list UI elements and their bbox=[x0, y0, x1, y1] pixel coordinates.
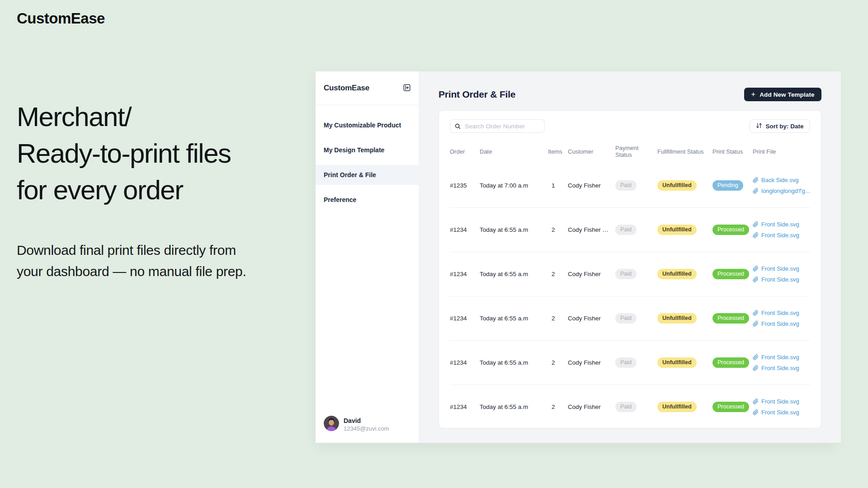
title-row: Print Order & File + Add New Template bbox=[439, 88, 821, 101]
search-field-wrap bbox=[450, 119, 545, 133]
order-number: #1234 bbox=[450, 271, 480, 277]
order-customer: Cody Fisher a's'... bbox=[568, 226, 615, 233]
headline: Merchant/ Ready-to-print files for every… bbox=[17, 99, 231, 208]
sidebar-item-print-order-file[interactable]: Print Order & File bbox=[316, 165, 419, 185]
subtext: Download final print files directly from… bbox=[17, 239, 246, 282]
sidebar-item-label: Print Order & File bbox=[324, 171, 376, 178]
print-status-badge: Processed bbox=[712, 357, 749, 368]
order-date: Today at 6:55 a.m bbox=[480, 359, 548, 366]
table-row: #1235 Today at 7:00 a.m 1 Cody Fisher Pa… bbox=[450, 164, 810, 208]
order-date: Today at 6:55 a.m bbox=[480, 226, 548, 233]
print-file-link[interactable]: Front Side.svg bbox=[753, 320, 810, 327]
sidebar-nav: My Customizable Product My Design Templa… bbox=[316, 105, 419, 210]
user-name: David bbox=[344, 417, 389, 425]
main-content: Print Order & File + Add New Template bbox=[419, 71, 841, 443]
order-customer: Cody Fisher bbox=[568, 271, 615, 277]
order-date: Today at 6:55 a.m bbox=[480, 315, 548, 322]
print-files: Back Side.svg longlonglongd'f'g... bbox=[753, 177, 810, 194]
fulfillment-status-badge: Unfullfilled bbox=[657, 225, 697, 235]
payment-status-badge: Paid bbox=[615, 357, 637, 368]
print-status-badge: Processed bbox=[712, 225, 749, 235]
avatar bbox=[324, 416, 339, 433]
order-number: #1234 bbox=[450, 315, 480, 322]
payment-status-badge: Paid bbox=[615, 313, 637, 324]
dashboard-panel: CustomEase My Customizable Product My De… bbox=[316, 71, 836, 443]
fulfillment-status-badge: Unfullfilled bbox=[657, 357, 697, 368]
print-file-link[interactable]: Front Side.svg bbox=[753, 354, 810, 361]
fulfillment-status-badge: Unfullfilled bbox=[657, 269, 697, 279]
sidebar: CustomEase My Customizable Product My De… bbox=[316, 71, 419, 443]
sidebar-collapse-button[interactable] bbox=[403, 84, 410, 93]
order-customer: Cody Fisher bbox=[568, 404, 615, 410]
payment-status-badge: Paid bbox=[615, 225, 637, 235]
print-file-link[interactable]: Front Side.svg bbox=[753, 398, 810, 405]
card-toolbar: Sort by: Date bbox=[450, 119, 810, 133]
brand-logo: CustomEase bbox=[17, 10, 105, 27]
paperclip-icon bbox=[753, 277, 759, 282]
sidebar-item-my-customizable-product[interactable]: My Customizable Product bbox=[316, 115, 419, 135]
print-status-badge: Processed bbox=[712, 402, 749, 412]
headline-line-1: Merchant/ bbox=[17, 99, 231, 135]
sidebar-item-label: My Customizable Product bbox=[324, 122, 401, 129]
page-title: Print Order & File bbox=[439, 89, 515, 100]
print-files: Front Side.svg Front Side.svg bbox=[753, 221, 810, 239]
user-profile[interactable]: David 12345@zuvi.com bbox=[316, 408, 419, 443]
col-header-items: Items bbox=[548, 148, 568, 155]
add-new-template-label: Add New Template bbox=[760, 91, 814, 98]
search-input[interactable] bbox=[450, 119, 545, 133]
order-customer: Cody Fisher bbox=[568, 182, 615, 189]
payment-status-badge: Paid bbox=[615, 402, 637, 412]
order-items: 2 bbox=[548, 271, 568, 277]
print-file-link[interactable]: Back Side.svg bbox=[753, 177, 810, 183]
print-file-link[interactable]: Front Side.svg bbox=[753, 276, 810, 283]
paperclip-icon bbox=[753, 310, 759, 316]
fulfillment-status-badge: Unfullfilled bbox=[657, 402, 697, 412]
col-header-payment-status: Payment Status bbox=[615, 145, 657, 158]
fulfillment-status-badge: Unfullfilled bbox=[657, 180, 697, 191]
print-status-badge: Processed bbox=[712, 313, 749, 324]
sort-by-date-button[interactable]: Sort by: Date bbox=[750, 119, 810, 133]
print-files: Front Side.svg Front Side.svg bbox=[753, 265, 810, 283]
print-file-link[interactable]: Front Side.svg bbox=[753, 409, 810, 416]
col-header-order: Order bbox=[450, 148, 480, 155]
print-file-link[interactable]: Front Side.svg bbox=[753, 232, 810, 239]
print-file-link[interactable]: Front Side.svg bbox=[753, 365, 810, 371]
headline-line-2: Ready-to-print files bbox=[17, 135, 231, 172]
order-items: 1 bbox=[548, 182, 568, 189]
paperclip-icon bbox=[753, 266, 759, 272]
paperclip-icon bbox=[753, 354, 759, 360]
paperclip-icon bbox=[753, 177, 759, 183]
print-file-link[interactable]: longlonglongd'f'g... bbox=[753, 188, 810, 194]
print-file-link[interactable]: Front Side.svg bbox=[753, 221, 810, 228]
fulfillment-status-badge: Unfullfilled bbox=[657, 313, 697, 324]
order-items: 2 bbox=[548, 404, 568, 410]
paperclip-icon bbox=[753, 409, 759, 415]
table-row: #1234 Today at 6:55 a.m 2 Cody Fisher Pa… bbox=[450, 341, 810, 385]
col-header-print-file: Print File bbox=[753, 148, 810, 155]
order-number: #1234 bbox=[450, 404, 480, 410]
col-header-date: Date bbox=[480, 148, 548, 155]
table-row: #1234 Today at 6:55 a.m 2 Cody Fisher Pa… bbox=[450, 296, 810, 341]
sidebar-item-preference[interactable]: Preference bbox=[316, 190, 419, 210]
paperclip-icon bbox=[753, 188, 759, 194]
payment-status-badge: Paid bbox=[615, 180, 637, 191]
order-date: Today at 6:55 a.m bbox=[480, 404, 548, 410]
col-header-print-status: Print Status bbox=[712, 148, 753, 155]
table-row: #1234 Today at 6:55 a.m 2 Cody Fisher Pa… bbox=[450, 252, 810, 296]
paperclip-icon bbox=[753, 365, 759, 371]
order-customer: Cody Fisher bbox=[568, 315, 615, 322]
sidebar-item-label: Preference bbox=[324, 196, 356, 203]
subtext-line-2: your dashboard — no manual file prep. bbox=[17, 261, 246, 282]
sidebar-item-my-design-template[interactable]: My Design Template bbox=[316, 140, 419, 160]
order-date: Today at 7:00 a.m bbox=[480, 182, 548, 189]
print-status-badge: Pending bbox=[712, 180, 743, 191]
print-status-badge: Processed bbox=[712, 269, 749, 279]
paperclip-icon bbox=[753, 399, 759, 404]
search-icon bbox=[454, 123, 461, 130]
order-date: Today at 6:55 a.m bbox=[480, 271, 548, 277]
sidebar-header: CustomEase bbox=[316, 71, 419, 105]
print-file-link[interactable]: Front Side.svg bbox=[753, 310, 810, 316]
add-new-template-button[interactable]: + Add New Template bbox=[744, 88, 821, 101]
table-row: #1234 Today at 6:55 a.m 2 Cody Fisher a'… bbox=[450, 208, 810, 252]
print-file-link[interactable]: Front Side.svg bbox=[753, 265, 810, 272]
